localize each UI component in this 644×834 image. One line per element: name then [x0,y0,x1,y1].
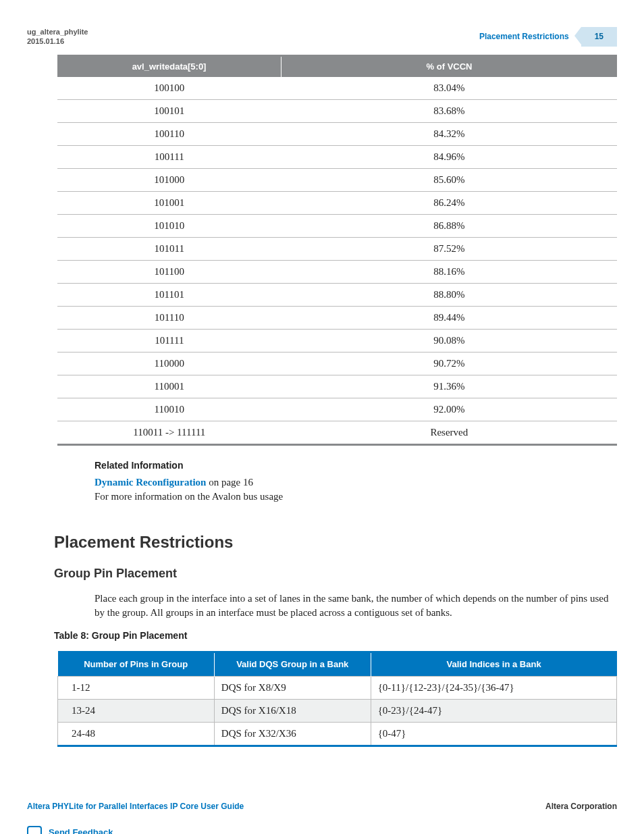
table-cell: {0-47} [371,723,616,746]
table-row: 11000191.36% [57,375,617,398]
table-row: 10111089.44% [57,306,617,329]
table-row: 11001092.00% [57,398,617,421]
table-cell: 90.08% [281,329,617,352]
table-cell: 101111 [57,329,281,352]
table-cell: DQS for X16/X18 [214,700,371,723]
table-row: 1-12DQS for X8/X9{0-11}/{12-23}/{24-35}/… [58,677,617,700]
table-row: 10110188.80% [57,283,617,306]
col-header: Valid Indices in a Bank [371,652,616,676]
table-cell: 101010 [57,214,281,237]
table-cell: 101101 [57,283,281,306]
body-paragraph: Place each group in the interface into a… [95,592,617,620]
table-row: 10101086.88% [57,214,617,237]
header-topic: Placement Restrictions [479,31,569,43]
table-row: 10010083.04% [57,77,617,100]
related-information: Related Information Dynamic Reconfigurat… [95,459,617,504]
table-cell: 88.80% [281,283,617,306]
table-cell: 100100 [57,77,281,100]
table-cell: 100110 [57,122,281,145]
group-pin-placement-table: Number of Pins in Group Valid DQS Group … [57,651,617,747]
col-header: Valid DQS Group in a Bank [214,652,371,676]
doc-date: 2015.01.16 [27,36,88,46]
table-row: 110011 -> 111111Reserved [57,421,617,444]
table-cell: 89.44% [281,306,617,329]
col-header: avl_writedata[5:0] [57,55,281,77]
table-cell: 100101 [57,99,281,122]
table-cell: DQS for X32/X36 [214,723,371,746]
table-row: 10110088.16% [57,260,617,283]
table-header-row: avl_writedata[5:0] % of VCCN [57,55,617,77]
table-cell: 84.96% [281,145,617,168]
table-cell: DQS for X8/X9 [214,677,371,700]
related-link-row: Dynamic Reconfiguration on page 16 [95,475,617,490]
col-header: % of VCCN [281,55,617,77]
table-cell: 84.32% [281,122,617,145]
page-footer: Altera PHYLite for Parallel Interfaces I… [27,801,617,812]
table-cell: 83.04% [281,77,617,100]
table-caption: Table 8: Group Pin Placement [54,629,617,643]
table-row: 10011184.96% [57,145,617,168]
link-tail: on page 16 [206,477,253,488]
table-cell: 86.88% [281,214,617,237]
table-cell: 91.36% [281,375,617,398]
send-feedback-label: Send Feedback [49,827,113,834]
table-row: 10100186.24% [57,191,617,214]
table-cell: 90.72% [281,352,617,375]
section-heading-placement-restrictions: Placement Restrictions [54,531,617,554]
table-row: 10011084.32% [57,122,617,145]
table-cell: 101011 [57,237,281,260]
doc-id: ug_altera_phylite [27,27,88,36]
table-cell: 101000 [57,168,281,191]
table-row: 10111190.08% [57,329,617,352]
table-cell: 1-12 [58,677,215,700]
page-header: ug_altera_phylite 2015.01.16 Placement R… [27,27,617,47]
table-cell: 13-24 [58,700,215,723]
table-cell: {0-23}/{24-47} [371,700,616,723]
table-cell: {0-11}/{12-23}/{24-35}/{36-47} [371,677,616,700]
page-number: 15 [581,27,617,47]
send-feedback-link[interactable]: Send Feedback [27,826,617,834]
table-cell: 110011 -> 111111 [57,421,281,444]
table-cell: 110010 [57,398,281,421]
table-cell: 110001 [57,375,281,398]
table-cell: Reserved [281,421,617,444]
comment-icon [27,826,42,834]
col-header: Number of Pins in Group [58,652,215,676]
vccn-table: avl_writedata[5:0] % of VCCN 10010083.04… [57,55,617,446]
table-cell: 88.16% [281,260,617,283]
table-cell: 101001 [57,191,281,214]
related-desc: For more information on the Avalon bus u… [95,490,617,504]
table-cell: 85.60% [281,168,617,191]
table-row: 13-24DQS for X16/X18{0-23}/{24-47} [58,700,617,723]
doc-meta: ug_altera_phylite 2015.01.16 [27,27,88,47]
table-header-row: Number of Pins in Group Valid DQS Group … [58,652,617,676]
table-row: 10101187.52% [57,237,617,260]
related-heading: Related Information [95,459,617,473]
table-cell: 101100 [57,260,281,283]
table-cell: 24-48 [58,723,215,746]
table-row: 10010183.68% [57,99,617,122]
header-right: Placement Restrictions 15 [479,27,617,47]
table-cell: 83.68% [281,99,617,122]
footer-corp: Altera Corporation [545,801,617,812]
table-cell: 92.00% [281,398,617,421]
table-cell: 110000 [57,352,281,375]
subsection-heading-group-pin-placement: Group Pin Placement [54,565,617,582]
table-cell: 100111 [57,145,281,168]
table-row: 10100085.60% [57,168,617,191]
footer-guide-title[interactable]: Altera PHYLite for Parallel Interfaces I… [27,801,244,812]
table-cell: 86.24% [281,191,617,214]
table-row: 24-48DQS for X32/X36{0-47} [58,723,617,746]
table-cell: 101110 [57,306,281,329]
table-row: 11000090.72% [57,352,617,375]
table-cell: 87.52% [281,237,617,260]
link-dynamic-reconfiguration[interactable]: Dynamic Reconfiguration [95,477,206,488]
